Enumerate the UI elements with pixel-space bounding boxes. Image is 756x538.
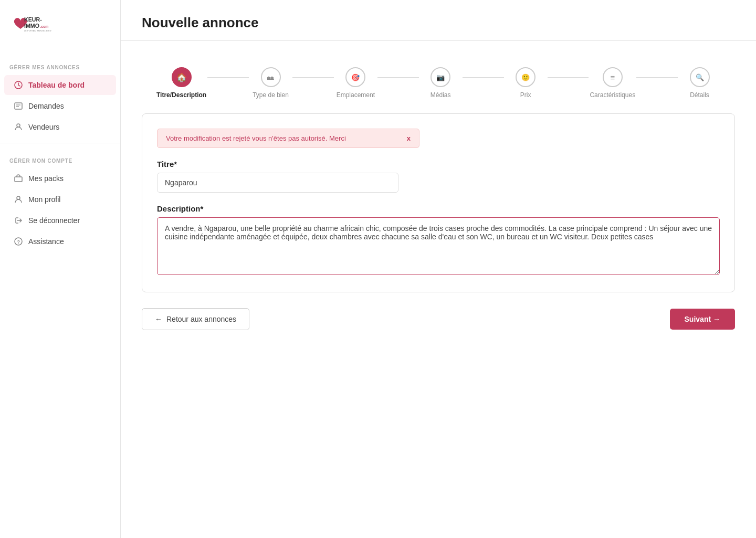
profil-icon <box>14 195 23 204</box>
step-line-1 <box>207 77 249 78</box>
alert-close-button[interactable]: x <box>407 134 411 142</box>
step-circle-titre: 🏠 <box>172 67 192 87</box>
demandes-icon <box>14 101 23 111</box>
titre-label: Titre* <box>157 160 720 168</box>
step-line-3 <box>377 77 419 78</box>
alert-message: Votre modification est rejeté vous n'ête… <box>166 134 346 142</box>
sidebar: KEUR- IMMO .com LE PORTAIL IMMOBILIER DU… <box>0 0 121 538</box>
alert-error: Votre modification est rejeté vous n'ête… <box>157 129 419 148</box>
deconnecter-icon <box>14 216 23 225</box>
sidebar-item-demandes[interactable]: Demandes <box>4 96 116 116</box>
step-line-4 <box>463 77 504 78</box>
svg-rect-9 <box>15 177 22 182</box>
sidebar-item-demandes-label: Demandes <box>28 102 64 110</box>
back-button-label: Retour aux annonces <box>166 315 236 323</box>
svg-text:KEUR-: KEUR- <box>24 16 42 23</box>
steps-bar: 🏠 Titre/Description 🏘 Type de bien 🎯 Emp… <box>142 57 735 99</box>
sidebar-item-mon-profil-label: Mon profil <box>28 195 60 204</box>
step-label-carac: Caractéristiques <box>590 91 635 99</box>
step-label-emplacement: Emplacement <box>337 91 375 99</box>
sidebar-item-tableau-de-bord[interactable]: Tableau de bord <box>4 75 116 95</box>
form-card: Votre modification est rejeté vous n'ête… <box>142 113 735 292</box>
sidebar-item-mes-packs-label: Mes packs <box>28 174 64 183</box>
step-label-medias: Médias <box>430 91 451 99</box>
main-body: 🏠 Titre/Description 🏘 Type de bien 🎯 Emp… <box>121 41 756 538</box>
form-actions: ← Retour aux annonces Suivant → <box>142 308 735 330</box>
step-label-type: Type de bien <box>253 91 289 99</box>
sidebar-item-se-deconnecter-label: Se déconnecter <box>28 216 80 225</box>
description-textarea[interactable] <box>157 217 720 275</box>
section-compte-label: GÉRER MON COMPTE <box>0 149 120 168</box>
step-emplacement[interactable]: 🎯 Emplacement <box>335 67 376 99</box>
main-content: Nouvelle annonce 🏠 Titre/Description 🏘 T… <box>121 0 756 538</box>
next-button[interactable]: Suivant → <box>670 309 735 330</box>
step-label-prix: Prix <box>520 91 531 99</box>
step-label-details: Détails <box>690 91 709 99</box>
sidebar-item-mes-packs[interactable]: Mes packs <box>4 168 116 188</box>
page-header: Nouvelle annonce <box>121 0 756 41</box>
svg-text:IMMO: IMMO <box>24 23 39 29</box>
assistance-icon: ? <box>14 237 23 246</box>
section-annonces-label: GÉRER MES ANNONCES <box>0 55 120 75</box>
logo-area: KEUR- IMMO .com LE PORTAIL IMMOBILIER DU… <box>0 0 120 55</box>
logo-svg: KEUR- IMMO .com LE PORTAIL IMMOBILIER DU… <box>9 10 51 45</box>
sidebar-item-se-deconnecter[interactable]: Se déconnecter <box>4 210 116 230</box>
vendeurs-icon <box>14 122 23 132</box>
sidebar-item-tableau-de-bord-label: Tableau de bord <box>28 81 85 89</box>
step-circle-medias: 📷 <box>430 67 450 87</box>
step-titre-description[interactable]: 🏠 Titre/Description <box>156 67 206 99</box>
step-circle-details: 🔍 <box>690 67 710 87</box>
step-type-de-bien[interactable]: 🏘 Type de bien <box>250 67 291 99</box>
dashboard-icon <box>14 80 23 90</box>
step-circle-carac: ≡ <box>603 67 623 87</box>
step-line-5 <box>548 77 589 78</box>
step-caracteristiques[interactable]: ≡ Caractéristiques <box>590 67 635 99</box>
step-circle-emplacement: 🎯 <box>345 67 365 87</box>
sidebar-divider <box>0 143 120 143</box>
sidebar-item-assistance[interactable]: ? Assistance <box>4 231 116 251</box>
sidebar-item-vendeurs[interactable]: Vendeurs <box>4 117 116 137</box>
back-button[interactable]: ← Retour aux annonces <box>142 308 249 330</box>
sidebar-item-assistance-label: Assistance <box>28 237 64 246</box>
step-prix[interactable]: 🙂 Prix <box>505 67 547 99</box>
description-label: Description* <box>157 204 720 213</box>
page-title: Nouvelle annonce <box>142 15 735 31</box>
svg-text:?: ? <box>17 239 20 245</box>
svg-point-8 <box>17 124 20 127</box>
step-circle-type: 🏘 <box>261 67 281 87</box>
step-label-titre: Titre/Description <box>156 91 206 99</box>
svg-point-10 <box>17 196 20 199</box>
step-circle-prix: 🙂 <box>516 67 536 87</box>
packs-icon <box>14 174 23 183</box>
svg-text:.com: .com <box>40 25 49 28</box>
back-arrow-icon: ← <box>155 315 162 323</box>
step-medias[interactable]: 📷 Médias <box>420 67 461 99</box>
step-line-6 <box>636 77 678 78</box>
sidebar-item-vendeurs-label: Vendeurs <box>28 123 59 131</box>
step-line-2 <box>292 77 334 78</box>
next-button-label: Suivant → <box>685 315 720 323</box>
svg-rect-5 <box>15 103 22 109</box>
svg-text:LE PORTAIL IMMOBILIER DU SÉNÉG: LE PORTAIL IMMOBILIER DU SÉNÉGAL <box>24 29 51 32</box>
step-details[interactable]: 🔍 Détails <box>679 67 720 99</box>
titre-input[interactable] <box>157 173 398 193</box>
sidebar-item-mon-profil[interactable]: Mon profil <box>4 189 116 209</box>
